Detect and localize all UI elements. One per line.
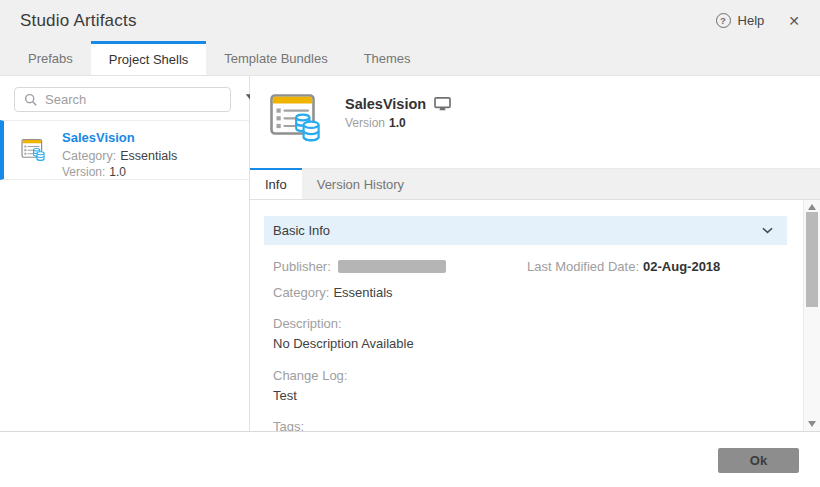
chevron-down-icon xyxy=(762,227,773,234)
tab-info[interactable]: Info xyxy=(250,168,302,199)
footer: Ok xyxy=(0,431,820,487)
category-value: Essentials xyxy=(333,285,392,300)
search-row xyxy=(0,76,249,120)
last-modified-label: Last Modified Date: xyxy=(527,259,639,274)
last-modified-value: 02-Aug-2018 xyxy=(643,259,720,274)
version-label: Version: xyxy=(62,165,105,179)
changelog-label: Change Log: xyxy=(273,368,803,383)
detail-title-block: SalesVision Version1.0 xyxy=(345,88,451,168)
info-panel: Basic Info Publisher: Last Modified Date… xyxy=(250,200,820,431)
help-icon: ? xyxy=(716,13,731,28)
tab-version-history[interactable]: Version History xyxy=(302,169,419,199)
artifact-version: Version:1.0 xyxy=(62,165,239,179)
detail-panel: SalesVision Version1.0 Info Version Hist… xyxy=(250,76,820,431)
artifact-icon xyxy=(19,136,47,164)
detail-title: SalesVision xyxy=(345,96,426,112)
publisher-redacted-value xyxy=(338,260,446,273)
monitor-icon xyxy=(434,97,451,111)
scroll-up-icon[interactable] xyxy=(808,204,816,210)
titlebar: Studio Artifacts ? Help ✕ xyxy=(0,0,820,41)
scrollbar[interactable] xyxy=(803,200,820,431)
tab-themes[interactable]: Themes xyxy=(346,41,429,75)
scroll-thumb[interactable] xyxy=(806,212,818,307)
artifact-icon-large xyxy=(265,88,325,148)
dialog-title: Studio Artifacts xyxy=(20,11,137,31)
artifact-name: SalesVision xyxy=(62,130,239,145)
basic-info-title: Basic Info xyxy=(273,223,330,238)
publisher-label: Publisher: xyxy=(273,259,331,274)
field-row-publisher: Publisher: Last Modified Date:02-Aug-201… xyxy=(273,258,803,275)
tab-template-bundles[interactable]: Template Bundles xyxy=(206,41,345,75)
help-button[interactable]: ? Help xyxy=(716,13,765,28)
detail-header: SalesVision Version1.0 xyxy=(250,76,820,168)
detail-version-label: Version xyxy=(345,116,385,130)
detail-tab-bar: Info Version History xyxy=(250,168,820,200)
ok-button[interactable]: Ok xyxy=(718,448,799,473)
description-value: No Description Available xyxy=(273,336,803,351)
search-input[interactable] xyxy=(45,92,221,107)
help-label: Help xyxy=(738,13,765,28)
changelog-value: Test xyxy=(273,388,803,403)
field-row-category: Category:Essentials xyxy=(273,284,803,301)
studio-artifacts-dialog: Studio Artifacts ? Help ✕ Prefabs Projec… xyxy=(0,0,820,487)
category-label: Category: xyxy=(62,149,116,163)
titlebar-actions: ? Help ✕ xyxy=(716,13,800,28)
sidebar: SalesVision Category:Essentials Version:… xyxy=(0,76,250,431)
tab-prefabs[interactable]: Prefabs xyxy=(10,41,91,75)
close-icon[interactable]: ✕ xyxy=(788,14,800,28)
search-box xyxy=(14,87,231,112)
version-value: 1.0 xyxy=(109,165,126,179)
detail-version: Version1.0 xyxy=(345,116,451,130)
artifact-category: Category:Essentials xyxy=(62,149,239,163)
list-item-salesvision[interactable]: SalesVision Category:Essentials Version:… xyxy=(0,120,249,180)
dialog-body: SalesVision Category:Essentials Version:… xyxy=(0,76,820,431)
basic-info-fields: Publisher: Last Modified Date:02-Aug-201… xyxy=(273,258,803,431)
tags-label: Tags: xyxy=(273,419,803,431)
tab-project-shells[interactable]: Project Shells xyxy=(91,41,206,75)
basic-info-accordion[interactable]: Basic Info xyxy=(264,216,787,245)
detail-version-value: 1.0 xyxy=(389,116,406,130)
description-label: Description: xyxy=(273,316,803,331)
category-value: Essentials xyxy=(120,149,177,163)
scroll-down-icon[interactable] xyxy=(808,421,816,427)
main-tab-bar: Prefabs Project Shells Template Bundles … xyxy=(0,41,820,76)
category-label: Category: xyxy=(273,285,329,300)
search-icon xyxy=(24,93,38,107)
